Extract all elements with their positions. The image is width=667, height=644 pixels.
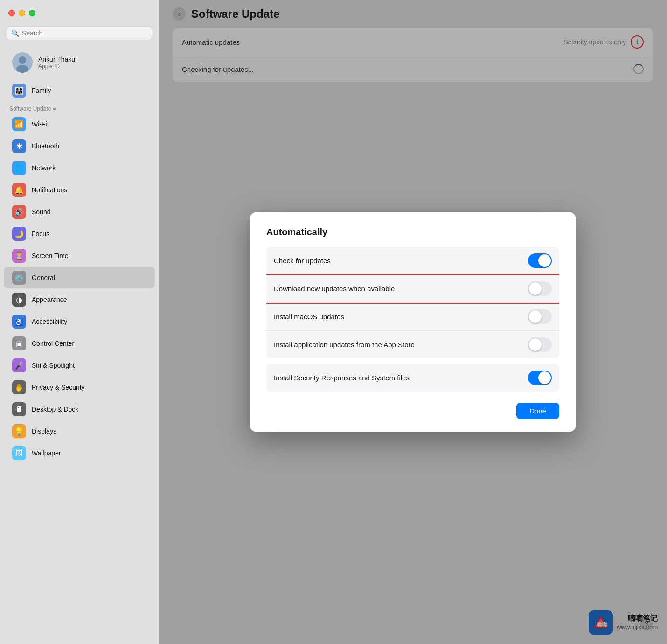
- accessibility-label: Accessibility: [32, 318, 67, 325]
- network-icon: 🌐: [12, 161, 26, 175]
- svg-point-1: [19, 56, 26, 64]
- controlcenter-label: Control Center: [32, 340, 74, 347]
- sidebar-items: 📶Wi-Fi✱Bluetooth🌐Network🔔Notifications🔊S…: [0, 113, 159, 464]
- toggle-knob-5: [538, 371, 551, 384]
- wallpaper-label: Wallpaper: [32, 449, 61, 457]
- focus-icon: 🌙: [12, 227, 26, 241]
- displays-label: Displays: [32, 427, 56, 435]
- wifi-icon: 📶: [12, 117, 26, 131]
- family-label: Family: [32, 87, 51, 94]
- toggle-knob-3: [529, 310, 542, 323]
- modal-install-macos-label: Install macOS updates: [274, 313, 344, 321]
- sidebar-item-displays[interactable]: 💡Displays: [4, 420, 155, 442]
- sidebar-item-siri[interactable]: 🎤Siri & Spotlight: [4, 355, 155, 376]
- avatar: [12, 52, 33, 73]
- siri-label: Siri & Spotlight: [32, 362, 75, 369]
- titlebar: [0, 0, 159, 26]
- sidebar-item-screentime[interactable]: ⏳Screen Time: [4, 245, 155, 266]
- modal-row-install-security: Install Security Responses and System fi…: [266, 364, 559, 392]
- bluetooth-label: Bluetooth: [32, 142, 59, 150]
- deskanddock-icon: 🖥: [12, 402, 26, 416]
- minimize-button[interactable]: [19, 10, 25, 16]
- modal-row-check-updates: Check for updates: [266, 247, 559, 275]
- user-subtitle: Apple ID: [38, 63, 77, 70]
- wifi-label: Wi-Fi: [32, 120, 47, 128]
- privacy-label: Privacy & Security: [32, 384, 85, 391]
- sidebar-item-deskanddock[interactable]: 🖥Desktop & Dock: [4, 399, 155, 420]
- appearance-icon: ◑: [12, 293, 26, 307]
- search-icon: 🔍: [11, 29, 19, 37]
- screentime-label: Screen Time: [32, 252, 69, 259]
- sidebar-item-wifi[interactable]: 📶Wi-Fi: [4, 113, 155, 135]
- deskanddock-label: Desktop & Dock: [32, 406, 78, 413]
- accessibility-icon: ♿: [12, 315, 26, 329]
- toggle-check-updates[interactable]: [528, 253, 552, 268]
- notifications-icon: 🔔: [12, 183, 26, 197]
- screentime-icon: ⏳: [12, 249, 26, 263]
- general-label: General: [32, 274, 55, 281]
- toggle-download-updates[interactable]: [528, 281, 552, 296]
- sidebar-item-general[interactable]: ⚙️General: [4, 267, 155, 288]
- wallpaper-icon: 🖼: [12, 446, 26, 460]
- user-info: Ankur Thakur Apple ID: [38, 56, 77, 70]
- sound-label: Sound: [32, 208, 50, 216]
- sidebar: 🔍 Ankur Thakur Apple ID 👨‍👩‍👧 Family Sof…: [0, 0, 159, 644]
- close-button[interactable]: [8, 10, 15, 16]
- network-label: Network: [32, 164, 56, 172]
- sidebar-item-appearance[interactable]: ◑Appearance: [4, 289, 155, 310]
- sidebar-item-notifications[interactable]: 🔔Notifications: [4, 179, 155, 201]
- sidebar-item-wallpaper[interactable]: 🖼Wallpaper: [4, 442, 155, 464]
- controlcenter-icon: ▣: [12, 336, 26, 350]
- sidebar-item-accessibility[interactable]: ♿Accessibility: [4, 311, 155, 332]
- modal-download-label: Download new updates when available: [274, 285, 395, 293]
- modal-row-download-updates: Download new updates when available: [266, 275, 559, 303]
- family-icon: 👨‍👩‍👧: [12, 84, 26, 98]
- app-window: 🔍 Ankur Thakur Apple ID 👨‍👩‍👧 Family Sof…: [0, 0, 667, 644]
- privacy-icon: ✋: [12, 380, 26, 394]
- appearance-label: Appearance: [32, 296, 67, 303]
- search-input[interactable]: [7, 26, 152, 40]
- search-bar[interactable]: 🔍: [7, 26, 152, 40]
- modal-title: Automatically: [266, 227, 559, 238]
- toggle-install-appstore[interactable]: [528, 337, 552, 352]
- modal-check-label: Check for updates: [274, 257, 331, 265]
- modal-overlay: Automatically Check for updates Download…: [159, 0, 667, 644]
- toggle-knob: [538, 254, 551, 267]
- section-label: Software Update ●: [0, 102, 159, 113]
- siri-icon: 🎤: [12, 358, 26, 372]
- displays-icon: 💡: [12, 424, 26, 438]
- user-profile[interactable]: Ankur Thakur Apple ID: [4, 48, 155, 77]
- modal-row-install-macos: Install macOS updates: [266, 303, 559, 331]
- traffic-lights: [8, 10, 35, 16]
- focus-label: Focus: [32, 230, 49, 238]
- bluetooth-icon: ✱: [12, 139, 26, 153]
- modal-row-install-appstore: Install application updates from the App…: [266, 331, 559, 358]
- toggle-install-macos[interactable]: [528, 309, 552, 324]
- done-button[interactable]: Done: [516, 403, 559, 419]
- toggle-knob-4: [529, 338, 542, 351]
- sidebar-item-bluetooth[interactable]: ✱Bluetooth: [4, 135, 155, 157]
- modal-row-group-1: Check for updates Download new updates w…: [266, 247, 559, 358]
- maximize-button[interactable]: [29, 10, 35, 16]
- toggle-install-security[interactable]: [528, 371, 552, 385]
- modal-footer: Done: [266, 403, 559, 419]
- sidebar-item-focus[interactable]: 🌙Focus: [4, 223, 155, 245]
- user-name: Ankur Thakur: [38, 56, 77, 63]
- modal-row-group-2: Install Security Responses and System fi…: [266, 364, 559, 392]
- general-icon: ⚙️: [12, 271, 26, 285]
- modal-install-appstore-label: Install application updates from the App…: [274, 341, 415, 349]
- sidebar-item-sound[interactable]: 🔊Sound: [4, 201, 155, 223]
- modal: Automatically Check for updates Download…: [250, 212, 576, 432]
- sidebar-item-family[interactable]: 👨‍👩‍👧 Family: [4, 80, 155, 101]
- sidebar-item-controlcenter[interactable]: ▣Control Center: [4, 333, 155, 354]
- modal-install-security-label: Install Security Responses and System fi…: [274, 374, 410, 382]
- toggle-knob-2: [529, 282, 542, 295]
- sidebar-item-network[interactable]: 🌐Network: [4, 157, 155, 179]
- sidebar-item-privacy[interactable]: ✋Privacy & Security: [4, 377, 155, 398]
- notifications-label: Notifications: [32, 186, 67, 194]
- sound-icon: 🔊: [12, 205, 26, 219]
- main-content: ‹ Software Update Automatic updates Secu…: [159, 0, 667, 644]
